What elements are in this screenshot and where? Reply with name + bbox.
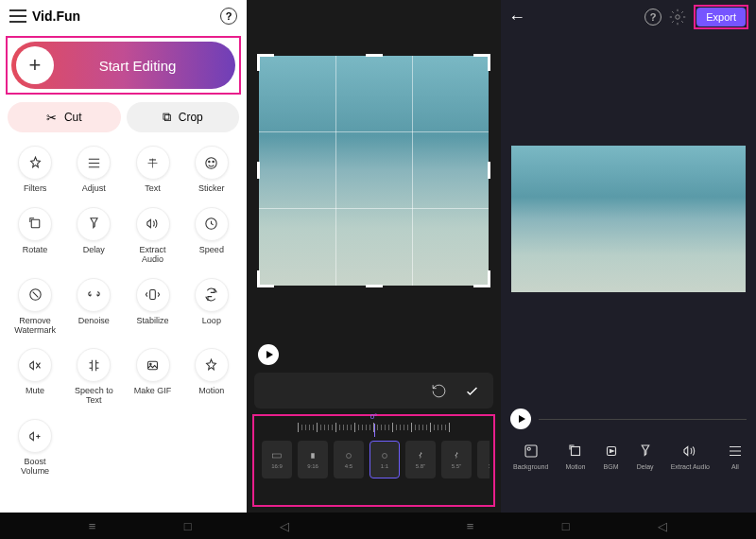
scissors-icon: ✂: [46, 111, 57, 125]
svg-rect-3: [31, 220, 40, 229]
svg-rect-9: [273, 454, 282, 458]
tool-speech-to-text[interactable]: Speech toText: [64, 344, 123, 409]
aspect-4:5[interactable]: 4:5: [334, 441, 364, 478]
svg-point-2: [213, 161, 214, 162]
tool-loop[interactable]: Loop: [182, 274, 241, 339]
timeline[interactable]: [539, 419, 747, 420]
cut-tab[interactable]: ✂ Cut: [8, 102, 121, 132]
rtool-bgm[interactable]: BGM: [603, 443, 620, 470]
tool-denoise[interactable]: Denoise: [64, 274, 123, 339]
system-navbar: ≡ □ ◁ ≡ □ ◁: [0, 513, 756, 539]
play-button[interactable]: [258, 344, 279, 365]
start-editing-button[interactable]: + Start Editing: [11, 42, 235, 89]
tool-stabilize[interactable]: Stabilize: [124, 274, 182, 339]
recents-icon[interactable]: ≡: [89, 519, 96, 533]
tool-speed[interactable]: Speed: [182, 203, 241, 269]
rtool-motion[interactable]: Motion: [565, 443, 585, 470]
tool-boost-volume[interactable]: BoostVolume: [6, 415, 64, 480]
aspect-9:16[interactable]: 9:16: [298, 441, 328, 478]
tool-text[interactable]: Text: [124, 142, 182, 198]
aspect-1:1[interactable]: 1:1: [369, 441, 400, 478]
crop-icon: ⧉: [163, 110, 171, 125]
aspect-16:9[interactable]: 16:9: [262, 441, 292, 478]
svg-rect-16: [571, 447, 579, 456]
help-icon[interactable]: ?: [220, 8, 237, 25]
crop-preview[interactable]: [259, 56, 489, 286]
svg-point-10: [347, 454, 352, 459]
settings-icon[interactable]: [669, 9, 686, 26]
plus-icon: +: [16, 46, 54, 84]
confirm-icon[interactable]: [464, 383, 480, 399]
tool-motion[interactable]: Motion: [182, 344, 241, 409]
tool-adjust[interactable]: Adjust: [64, 142, 123, 198]
rtool-all[interactable]: All: [727, 443, 744, 470]
help-icon[interactable]: ?: [644, 9, 662, 26]
video-preview: [511, 146, 746, 292]
rtool-background[interactable]: Background: [513, 443, 548, 470]
tool-make-gif[interactable]: Make GIF: [124, 344, 182, 409]
back-icon[interactable]: ←: [508, 8, 525, 27]
svg-point-15: [527, 447, 530, 450]
svg-point-11: [383, 454, 387, 459]
back-nav-icon[interactable]: ◁: [280, 519, 289, 533]
tool-mute[interactable]: Mute: [6, 344, 64, 409]
tool-delay[interactable]: Delay: [64, 203, 123, 269]
tool-filters[interactable]: Filters: [6, 142, 64, 198]
crop-tab[interactable]: ⧉ Crop: [127, 102, 240, 132]
tool-rotate[interactable]: Rotate: [6, 203, 64, 269]
back-nav-icon[interactable]: ◁: [658, 519, 667, 533]
aspect-5.8"[interactable]: 5.8": [405, 441, 436, 478]
svg-point-1: [209, 161, 210, 162]
tool-remove-watermark[interactable]: RemoveWatermark: [6, 274, 64, 339]
rtool-extract-audio[interactable]: Extract Audio: [671, 443, 710, 470]
recents-icon[interactable]: ≡: [467, 519, 474, 533]
app-title: Vid.Fun: [32, 9, 220, 24]
home-icon[interactable]: □: [562, 519, 570, 533]
svg-rect-7: [148, 361, 158, 370]
play-button[interactable]: [510, 409, 531, 429]
rotation-ruler[interactable]: [258, 420, 490, 435]
svg-point-13: [676, 15, 680, 20]
tool-sticker[interactable]: Sticker: [182, 142, 241, 198]
svg-rect-14: [525, 445, 537, 457]
rtool-delay[interactable]: Delay: [637, 443, 654, 470]
menu-icon[interactable]: [9, 9, 26, 23]
reset-icon[interactable]: [431, 383, 447, 399]
tool-extract-audio[interactable]: ExtractAudio: [124, 203, 182, 269]
aspect-3:4[interactable]: 3:4: [477, 441, 490, 478]
aspect-5.5"[interactable]: 5.5": [441, 441, 472, 478]
svg-point-8: [150, 363, 151, 364]
svg-rect-6: [150, 290, 156, 300]
grid-overlay: [259, 56, 489, 286]
export-button[interactable]: Export: [696, 8, 746, 26]
home-icon[interactable]: □: [184, 519, 192, 533]
